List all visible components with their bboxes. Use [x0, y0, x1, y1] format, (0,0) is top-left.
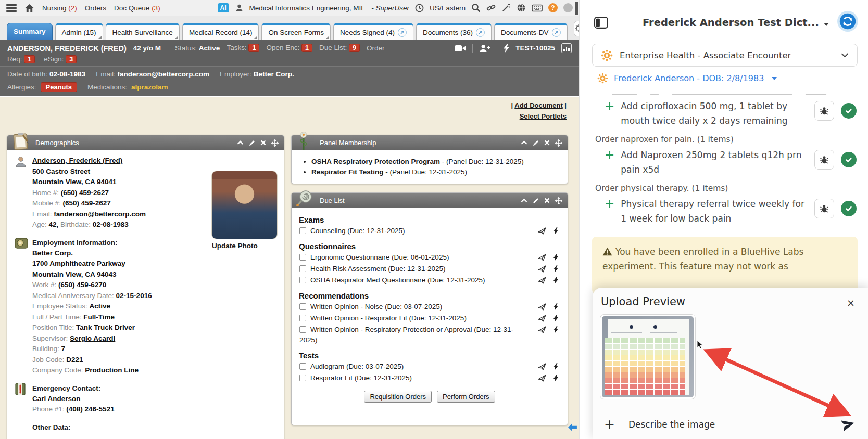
patient-context-link[interactable]: Frederick Anderson - DOB: 2/8/1983	[597, 73, 856, 84]
link-icon[interactable]	[486, 3, 496, 12]
tab-medical-record[interactable]: Medical Record (14)	[182, 23, 259, 40]
attach-plus-icon[interactable]: +	[604, 418, 615, 431]
dictation-title[interactable]: Frederick Anderson Test Dict...	[643, 17, 829, 29]
keyboard-icon[interactable]	[532, 4, 543, 12]
medication-link[interactable]: alprazolam	[131, 83, 168, 91]
home-icon[interactable]	[24, 4, 34, 12]
magic-wand-icon[interactable]	[501, 3, 511, 12]
supervisor-link[interactable]: Sergio Acardi	[70, 334, 115, 342]
tab-documents-dv[interactable]: Documents-DV	[494, 23, 568, 40]
approve-check-button[interactable]	[841, 152, 857, 167]
perform-bolt-icon[interactable]	[553, 375, 558, 382]
edit-pencil-icon[interactable]	[249, 140, 255, 146]
edit-pencil-icon[interactable]	[533, 198, 539, 204]
checkbox[interactable]	[299, 265, 306, 272]
collapse-icon[interactable]	[521, 140, 527, 145]
help-icon[interactable]: ?	[548, 3, 558, 12]
perform-bolt-icon[interactable]	[553, 227, 558, 235]
tab-on-screen-forms[interactable]: On Screen Forms	[261, 23, 331, 40]
debug-bug-button[interactable]	[814, 150, 834, 170]
user-role[interactable]: - SuperUser	[371, 4, 409, 12]
tab-admin[interactable]: Admin (15)	[55, 23, 103, 40]
describe-image-input[interactable]: Describe the image	[628, 419, 715, 430]
close-icon[interactable]	[260, 140, 266, 146]
checkbox[interactable]	[299, 227, 306, 234]
tab-documents[interactable]: Documents (36)	[416, 23, 492, 40]
debug-bug-button[interactable]	[814, 101, 834, 121]
req-indicator[interactable]: Req: 1	[7, 55, 35, 64]
upload-thumbnail[interactable]	[600, 314, 696, 399]
move-icon[interactable]	[555, 139, 562, 147]
requisition-plane-icon[interactable]	[538, 265, 546, 273]
tasks-indicator[interactable]: Tasks: 1	[227, 44, 259, 53]
encounter-selector[interactable]: Enterprise Health - Associate Encounter	[592, 44, 858, 67]
requisition-plane-icon[interactable]	[538, 363, 546, 370]
ai-badge[interactable]: AI	[218, 3, 229, 12]
search-icon[interactable]	[471, 3, 481, 12]
debug-bug-button[interactable]	[814, 199, 834, 218]
popout-icon[interactable]	[398, 28, 407, 37]
perform-orders-button[interactable]: Perform Orders	[437, 391, 495, 403]
globe-icon[interactable]	[517, 3, 526, 12]
due-list-indicator[interactable]: Due List: 9	[319, 44, 360, 53]
perform-bolt-icon[interactable]	[553, 363, 558, 370]
requisition-orders-button[interactable]: Requisition Orders	[364, 391, 432, 403]
perform-bolt-icon[interactable]	[553, 254, 558, 261]
requisition-plane-icon[interactable]	[538, 227, 546, 235]
checkbox[interactable]	[299, 375, 306, 381]
encounter-id[interactable]: TEST-10025	[515, 44, 555, 52]
checkbox[interactable]	[299, 326, 306, 333]
edit-pencil-icon[interactable]	[533, 140, 539, 146]
nav-nursing[interactable]: Nursing (2)	[42, 4, 77, 12]
patient-name[interactable]: ANDERSON, FREDERICK (FRED)	[7, 44, 127, 53]
tab-summary[interactable]: Summary	[7, 23, 53, 40]
perform-bolt-icon[interactable]	[553, 315, 558, 322]
nav-doc-queue[interactable]: Doc Queue (3)	[114, 4, 160, 12]
select-portlets-link[interactable]: Select Portlets	[511, 111, 567, 122]
checkbox[interactable]	[299, 315, 306, 321]
vertical-scrollbar-thumb[interactable]	[575, 2, 578, 15]
requisition-plane-icon[interactable]	[538, 375, 546, 382]
assistant-logo-icon[interactable]	[837, 10, 859, 34]
collapse-panel-arrow-icon[interactable]	[567, 423, 578, 434]
perform-bolt-icon[interactable]	[553, 265, 558, 273]
perform-bolt-icon[interactable]	[553, 326, 558, 333]
requisition-plane-icon[interactable]	[538, 303, 546, 311]
checkbox[interactable]	[299, 254, 306, 261]
checkbox[interactable]	[299, 303, 306, 310]
checkbox[interactable]	[299, 363, 306, 370]
video-camera-icon[interactable]	[455, 45, 466, 52]
move-icon[interactable]	[555, 197, 562, 204]
requisition-plane-icon[interactable]	[538, 326, 546, 333]
tab-needs-signed[interactable]: Needs Signed (4)	[333, 23, 413, 40]
menu-icon[interactable]	[6, 4, 17, 12]
perform-bolt-icon[interactable]	[553, 277, 558, 284]
quick-action-bolt-icon[interactable]	[504, 44, 509, 53]
close-icon[interactable]	[544, 198, 550, 203]
move-icon[interactable]	[271, 139, 279, 147]
collapse-icon[interactable]	[521, 198, 527, 203]
requisition-plane-icon[interactable]	[538, 254, 546, 261]
allergy-badge[interactable]: Peanuts	[41, 82, 78, 92]
close-icon[interactable]	[544, 140, 550, 146]
open-enc-indicator[interactable]: Open Enc: 1	[266, 44, 312, 53]
collapse-icon[interactable]	[237, 140, 244, 145]
nav-orders[interactable]: Orders	[85, 4, 106, 12]
approve-check-button[interactable]	[841, 103, 857, 119]
checkbox[interactable]	[299, 277, 306, 283]
order-link[interactable]: Order	[367, 44, 385, 52]
add-document-link[interactable]: | Add Document |	[511, 100, 567, 111]
tab-health-surveillance[interactable]: Health Surveillance	[106, 23, 180, 40]
timezone[interactable]: US/Eastern	[430, 4, 466, 12]
requisition-plane-icon[interactable]	[538, 277, 546, 284]
add-person-icon[interactable]	[479, 44, 490, 53]
popout-icon[interactable]	[476, 28, 485, 37]
perform-bolt-icon[interactable]	[553, 303, 558, 311]
close-icon[interactable]: ×	[847, 298, 855, 308]
patient-name-link[interactable]: Anderson, Frederick (Fred)	[32, 157, 122, 164]
esign-indicator[interactable]: eSign: 3	[44, 55, 77, 64]
approve-check-button[interactable]	[841, 201, 857, 216]
send-icon[interactable]	[841, 418, 855, 431]
sidebar-toggle-icon[interactable]	[594, 17, 608, 29]
popout-icon[interactable]	[552, 28, 561, 37]
